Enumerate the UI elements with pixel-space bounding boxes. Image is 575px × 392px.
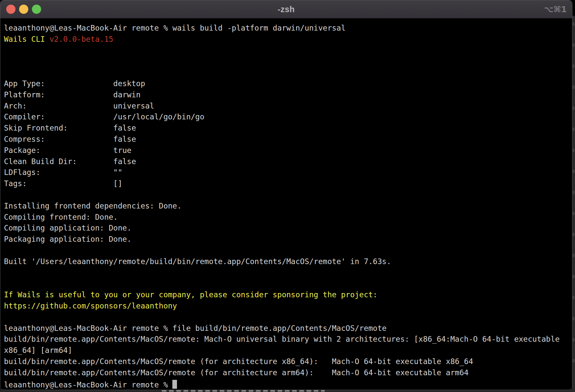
- version-line: Wails CLI v2.0.0-beta.15: [4, 34, 572, 45]
- terminal-text-segment: https://github.com/sponsors/leaanthony: [4, 302, 177, 310]
- config-line-arch: Arch: universal: [4, 101, 572, 112]
- terminal-text-segment: Installing frontend dependencies: Done.: [4, 202, 182, 210]
- file-output-line: build/bin/remote.app/Contents/MacOS/remo…: [4, 334, 572, 345]
- config-line-app-type: App Type: desktop: [4, 78, 572, 89]
- terminal-text-segment: Built '/Users/leaanthony/remote/build/bi…: [4, 257, 391, 266]
- terminal-text-segment: build/bin/remote.app/Contents/MacOS/remo…: [4, 335, 564, 343]
- prompt-command-line: leaanthony@Leas-MacBook-Air remote % wai…: [4, 23, 572, 34]
- status-line-compile: Compiling application: Done.: [4, 223, 572, 234]
- background-window-right-sliver: [572, 16, 575, 392]
- terminal-text-segment: Clean Build Dir: false: [4, 157, 136, 166]
- config-line-compiler: Compiler: /usr/local/go/bin/go: [4, 111, 572, 123]
- prompt-line: leaanthony@Leas-MacBook-Air remote %: [4, 379, 572, 390]
- blank-line: [4, 45, 572, 56]
- blank-line: [4, 312, 572, 323]
- built-line: Built '/Users/leaanthony/remote/build/bi…: [4, 256, 572, 267]
- sponsor-url-line: https://github.com/sponsors/leaanthony: [4, 301, 572, 312]
- config-line-clean-build: Clean Build Dir: false: [4, 156, 572, 167]
- status-line-deps: Installing frontend dependencies: Done.: [4, 201, 572, 212]
- terminal-text-segment: App Type: desktop: [4, 79, 145, 88]
- terminal-text-segment: Skip Frontend: false: [4, 124, 136, 132]
- config-line-compress: Compress: false: [4, 134, 572, 145]
- terminal-text-segment: Compress: false: [4, 135, 136, 143]
- terminal-text-segment: LDFlags: "": [4, 168, 122, 177]
- status-line-package: Packaging application: Done.: [4, 234, 572, 245]
- blank-line: [4, 278, 572, 289]
- title-bar[interactable]: -zsh ⌥⌘1: [0, 0, 572, 18]
- terminal-text-segment: leaanthony@Leas-MacBook-Air remote % fil…: [4, 324, 387, 332]
- terminal-text-segment: build/bin/remote.app/Contents/MacOS/remo…: [4, 357, 473, 366]
- terminal-text-segment: Platform: darwin: [4, 90, 140, 99]
- terminal-screen[interactable]: leaanthony@Leas-MacBook-Air remote % wai…: [0, 18, 572, 389]
- terminal-text-segment: x86_64] [arm64]: [4, 346, 72, 355]
- blank-line: [4, 56, 572, 67]
- file-output-arm-line: build/bin/remote.app/Contents/MacOS/remo…: [4, 367, 572, 379]
- terminal-text-segment: Package: true: [4, 146, 132, 155]
- terminal-text-segment: Packaging application: Done.: [4, 235, 132, 243]
- config-line-ldflags: LDFlags: "": [4, 167, 572, 178]
- desktop: -zsh ⌥⌘1 leaanthony@Leas-MacBook-Air rem…: [0, 0, 575, 392]
- blank-line: [4, 267, 572, 279]
- terminal-text-segment: Compiling frontend: Done.: [4, 213, 118, 221]
- blank-line: [4, 67, 572, 78]
- config-line-package: Package: true: [4, 145, 572, 156]
- sponsor-line: If Wails is useful to you or your compan…: [4, 289, 572, 301]
- terminal-text-segment: leaanthony@Leas-MacBook-Air remote %: [4, 380, 172, 389]
- status-line-frontend: Compiling frontend: Done.: [4, 212, 572, 223]
- config-line-tags: Tags: []: [4, 178, 572, 189]
- window-shortcut-badge: ⌥⌘1: [544, 0, 567, 18]
- blank-line: [4, 189, 572, 201]
- terminal-text-segment: Wails CLI: [4, 35, 49, 43]
- file-command-line: leaanthony@Leas-MacBook-Air remote % fil…: [4, 323, 572, 334]
- terminal-text-segment: Arch: universal: [4, 102, 154, 110]
- file-output-x86-line: build/bin/remote.app/Contents/MacOS/remo…: [4, 356, 572, 367]
- background-window-text-fragment: [573, 22, 574, 368]
- terminal-cursor: [172, 380, 177, 389]
- blank-line: [4, 245, 572, 256]
- terminal-text-segment: Tags: []: [4, 179, 122, 188]
- terminal-text-segment: v2.0.0-beta.15: [49, 35, 113, 43]
- config-line-skip-frontend: Skip Frontend: false: [4, 123, 572, 134]
- terminal-text-segment: Compiler: /usr/local/go/bin/go: [4, 112, 204, 121]
- terminal-text-segment: Compiling application: Done.: [4, 224, 132, 232]
- terminal-text-segment: If Wails is useful to you or your compan…: [4, 290, 377, 299]
- terminal-text-segment: leaanthony@Leas-MacBook-Air remote % wai…: [4, 24, 346, 32]
- terminal-text-segment: build/bin/remote.app/Contents/MacOS/remo…: [4, 368, 468, 377]
- file-output-wrap-line: x86_64] [arm64]: [4, 345, 572, 356]
- terminal-window: -zsh ⌥⌘1 leaanthony@Leas-MacBook-Air rem…: [0, 0, 572, 390]
- window-title: -zsh: [0, 0, 572, 18]
- config-line-platform: Platform: darwin: [4, 89, 572, 101]
